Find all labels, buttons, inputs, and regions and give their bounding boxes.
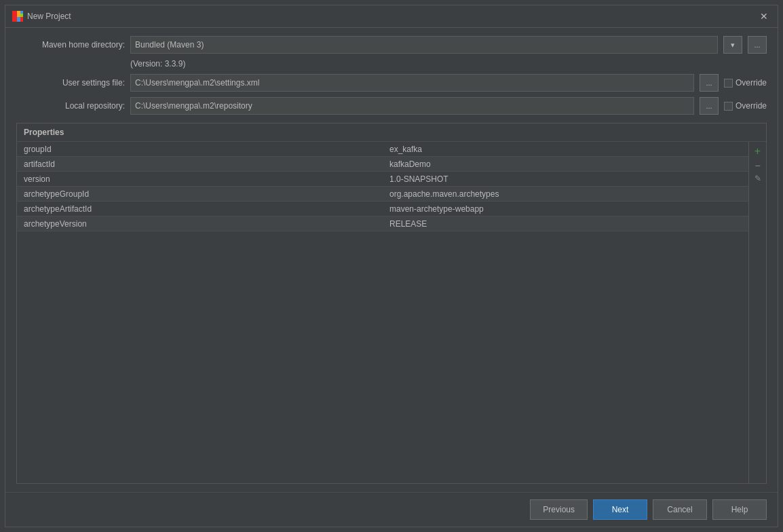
edit-property-btn[interactable]: ✎ [752, 173, 763, 184]
prop-key: version [17, 172, 383, 186]
prop-key: archetypeGroupId [17, 187, 383, 201]
help-button[interactable]: Help [712, 499, 767, 520]
prop-value: org.apache.maven.archetypes [383, 187, 748, 201]
title-bar-left: New Project [12, 11, 71, 22]
previous-button[interactable]: Previous [530, 499, 588, 520]
next-button[interactable]: Next [593, 499, 647, 520]
local-repo-override-row: Override [724, 101, 767, 111]
local-repo-dots-btn[interactable]: ... [700, 97, 719, 115]
local-repo-override-label: Override [736, 101, 767, 111]
maven-home-dots-btn[interactable]: ... [748, 36, 767, 54]
version-info: (Version: 3.3.9) [16, 59, 767, 69]
prop-value: kafkaDemo [383, 157, 748, 171]
prop-key: archetypeVersion [17, 217, 383, 231]
table-row[interactable]: groupId ex_kafka [17, 142, 748, 157]
local-repo-input[interactable] [130, 97, 694, 115]
title-bar: New Project ✕ [5, 5, 778, 28]
table-row[interactable]: artifactId kafkaDemo [17, 157, 748, 172]
new-project-dialog: New Project ✕ Maven home directory: ▾ ..… [5, 5, 778, 527]
table-row[interactable]: version 1.0-SNAPSHOT [17, 172, 748, 187]
maven-home-label: Maven home directory: [16, 40, 125, 50]
local-repo-override-checkbox[interactable] [724, 102, 733, 111]
dialog-content: Maven home directory: ▾ ... (Version: 3.… [5, 28, 778, 492]
properties-section: Properties groupId ex_kafka artifactId k… [16, 123, 767, 484]
properties-content: groupId ex_kafka artifactId kafkaDemo ve… [17, 142, 766, 483]
prop-value: maven-archetype-webapp [383, 202, 748, 216]
prop-key: artifactId [17, 157, 383, 171]
footer: Previous Next Cancel Help [5, 492, 778, 527]
properties-table: groupId ex_kafka artifactId kafkaDemo ve… [17, 142, 748, 483]
user-settings-override-label: Override [736, 78, 767, 88]
svg-rect-1 [17, 11, 20, 17]
table-row[interactable]: archetypeGroupId org.apache.maven.archet… [17, 187, 748, 202]
app-icon [12, 11, 23, 22]
dialog-title: New Project [27, 12, 71, 21]
properties-header: Properties [17, 124, 766, 142]
add-property-btn[interactable]: + [752, 145, 763, 158]
user-settings-dots-btn[interactable]: ... [700, 74, 719, 92]
svg-rect-4 [20, 14, 23, 17]
local-repo-label: Local repository: [16, 101, 125, 111]
user-settings-input[interactable] [130, 74, 694, 92]
prop-value: ex_kafka [383, 142, 748, 156]
maven-home-row: Maven home directory: ▾ ... [16, 36, 767, 54]
svg-rect-2 [17, 17, 20, 22]
svg-rect-0 [12, 11, 17, 22]
prop-value: RELEASE [383, 217, 748, 231]
maven-home-input[interactable] [130, 36, 718, 54]
close-button[interactable]: ✕ [757, 10, 771, 23]
user-settings-override-row: Override [724, 78, 767, 88]
prop-key: archetypeArtifactId [17, 202, 383, 216]
table-row[interactable]: archetypeArtifactId maven-archetype-weba… [17, 202, 748, 216]
prop-key: groupId [17, 142, 383, 156]
properties-actions: + − ✎ [748, 142, 766, 483]
svg-rect-5 [20, 17, 23, 22]
maven-home-dropdown-btn[interactable]: ▾ [723, 36, 742, 54]
svg-rect-3 [20, 11, 23, 14]
remove-property-btn[interactable]: − [752, 159, 763, 172]
prop-value: 1.0-SNAPSHOT [383, 172, 748, 186]
user-settings-override-checkbox[interactable] [724, 79, 733, 88]
user-settings-label: User settings file: [16, 78, 125, 88]
table-row[interactable]: archetypeVersion RELEASE [17, 216, 748, 231]
cancel-button[interactable]: Cancel [653, 499, 707, 520]
user-settings-row: User settings file: ... Override [16, 74, 767, 92]
local-repo-row: Local repository: ... Override [16, 97, 767, 115]
